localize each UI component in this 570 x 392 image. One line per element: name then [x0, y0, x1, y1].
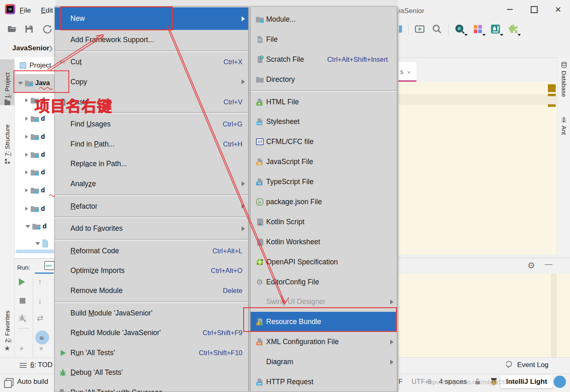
tree-row[interactable]: d — [15, 201, 55, 217]
menu-item-run-all-tests-with-coverage[interactable]: Run 'All Tests' with Coverage — [55, 383, 248, 392]
submenu-item-kotlin-worksheet[interactable]: Kotlin Worksheet — [251, 232, 397, 252]
tool-tab-todo[interactable]: 6: TOD — [30, 361, 52, 369]
restore-layout-icon[interactable]: ⇄ — [37, 314, 43, 322]
save-icon[interactable] — [23, 23, 35, 35]
open-icon[interactable] — [6, 23, 18, 35]
submenu-item-module[interactable]: Module... — [251, 9, 397, 29]
menu-item-run-all-tests[interactable]: Run 'All Tests'Ctrl+Shift+F10 — [55, 343, 248, 363]
minimize-button[interactable] — [504, 4, 516, 15]
menu-item-paste[interactable]: PasteCtrl+V — [55, 92, 248, 112]
horizontal-scrollbar[interactable] — [16, 250, 54, 253]
submenu-item-package-json-file[interactable]: jspackage.json File — [251, 192, 397, 212]
tree-row-selected-project[interactable]: Java — [15, 74, 55, 92]
menu-item-copy[interactable]: Copy — [55, 72, 248, 92]
search-icon[interactable] — [431, 23, 443, 35]
submenu-item-http-request[interactable]: APIHTTP Request — [251, 372, 397, 392]
submenu-item-editorconfig-file[interactable]: ⚙EditorConfig File — [251, 272, 397, 292]
run-anything-icon[interactable] — [414, 23, 426, 35]
submenu-item-resource-bundle[interactable]: Resource Bundle — [251, 312, 397, 332]
menu-item-new[interactable]: New — [55, 7, 248, 30]
query-console-icon[interactable] — [454, 23, 466, 35]
menu-item-replace-in-path[interactable]: Replace in Path... — [55, 154, 248, 174]
rerun-button[interactable] — [19, 278, 25, 286]
collapse-arrow-icon[interactable] — [25, 225, 30, 228]
close-button[interactable]: ✕ — [552, 4, 564, 15]
submenu-item-file[interactable]: File — [251, 29, 397, 50]
maximize-button[interactable] — [528, 4, 540, 15]
tool-tab-project[interactable]: 1: Project — [0, 59, 14, 105]
submenu-item-directory[interactable]: Directory — [251, 70, 397, 90]
expand-arrow-icon[interactable] — [25, 170, 28, 174]
expand-arrow-icon[interactable] — [25, 98, 28, 102]
tree-row[interactable]: d — [15, 110, 55, 127]
menu-item-find-in-path[interactable]: Find in Path...Ctrl+H — [55, 134, 248, 154]
line-ending-widget[interactable]: F — [398, 378, 403, 386]
up-stack-icon[interactable]: ↑ — [38, 277, 42, 286]
submenu-item-cfml-cfc-file[interactable]: CfCFML/CFC file — [251, 132, 397, 152]
stop-button[interactable] — [20, 298, 25, 304]
more-actions-button[interactable]: » — [20, 345, 23, 352]
menu-item-find-usages[interactable]: Find UsagesCtrl+G — [55, 114, 248, 134]
menu-item-cut[interactable]: ✂CutCtrl+X — [55, 52, 248, 72]
event-log-button[interactable]: Event Log — [506, 361, 549, 369]
console-scrollbar[interactable] — [551, 274, 557, 357]
refresh-icon[interactable] — [41, 23, 53, 35]
breadcrumb[interactable]: JavaSenior — [12, 44, 50, 52]
submenu-item-xml-configuration-file[interactable]: <>XML Configuration File — [251, 332, 397, 352]
submenu-item-html-file[interactable]: HHTML File — [251, 92, 397, 112]
tree-row[interactable]: d — [15, 128, 55, 145]
colors-grid-icon[interactable] — [472, 23, 484, 35]
submenu-item-swing-ui-designer[interactable]: Swing UI Designer — [251, 292, 397, 312]
submenu-item-stylesheet[interactable]: CSSStylesheet — [251, 112, 397, 132]
collapse-arrow-icon[interactable] — [35, 242, 40, 245]
expand-arrow-icon[interactable] — [25, 188, 28, 192]
project-view-selector[interactable]: Project — [15, 57, 55, 74]
menu-item-refactor[interactable]: Refactor — [55, 196, 248, 216]
debug-rerun-icon[interactable] — [18, 313, 27, 322]
expand-arrow-icon[interactable] — [25, 153, 28, 157]
tool-tab-structure[interactable]: 7: Structure — [0, 114, 14, 164]
tree-row[interactable]: d — [15, 146, 55, 163]
ide-window: IJ File Edit JavaSenior ✕ JavaSenior ❯ 1… — [0, 0, 570, 392]
tool-tab-database[interactable]: Database — [557, 61, 570, 97]
submenu-item-typescript-file[interactable]: TSTypeScript File — [251, 172, 397, 192]
menu-item-add-framework-support[interactable]: Add Framework Support... — [55, 30, 248, 50]
hide-panel-icon[interactable]: — — [545, 259, 552, 268]
menu-item-build-module-javasenior[interactable]: Build Module 'JavaSenior' — [55, 303, 248, 323]
menu-file[interactable]: File — [20, 7, 31, 15]
run-console[interactable] — [398, 274, 570, 357]
tree-row[interactable]: d — [15, 182, 55, 198]
close-tab-icon[interactable]: × — [407, 69, 411, 76]
plugins-puzzle-icon[interactable] — [507, 23, 519, 35]
menu-item-analyze[interactable]: Analyze — [55, 174, 248, 194]
menu-item-remove-module[interactable]: Remove ModuleDelete — [55, 281, 248, 301]
menu-item-rebuild-module-javasenior[interactable]: Rebuild Module 'JavaSenior'Ctrl+Shift+F9 — [55, 323, 248, 343]
expand-arrow-icon[interactable] — [25, 135, 28, 139]
editor-pane[interactable] — [398, 82, 557, 255]
run-tab-icon[interactable] — [44, 261, 55, 270]
menu-item-optimize-imports[interactable]: Optimize ImportsCtrl+Alt+O — [55, 261, 248, 281]
submenu-item-kotlin-script[interactable]: Kotlin Script — [251, 212, 397, 232]
down-stack-icon[interactable]: ↓ — [38, 296, 42, 305]
tool-tab-favorites[interactable]: 2: Favorites ★ — [0, 301, 14, 352]
pin-tab-button[interactable]: ≡↓ — [35, 331, 49, 345]
menu-item-reformat-code[interactable]: Reformat CodeCtrl+Alt+L — [55, 241, 248, 261]
tree-row[interactable]: d — [15, 164, 55, 180]
expand-arrow-icon[interactable] — [25, 207, 28, 211]
collapse-arrow-icon[interactable] — [18, 82, 23, 85]
more-actions-button[interactable]: » — [39, 345, 43, 352]
submenu-item-diagram[interactable]: Diagram — [251, 352, 397, 372]
submenu-item-javascript-file[interactable]: JSJavaScript File — [251, 152, 397, 172]
menu-item-add-to-favorites[interactable]: Add to Favorites — [55, 219, 248, 239]
tool-tab-ant[interactable]: Ant — [557, 117, 570, 135]
expand-arrow-icon[interactable] — [25, 117, 28, 121]
tree-row[interactable] — [15, 235, 55, 252]
submenu-item-openapi-specification[interactable]: OpenAPI Specification — [251, 252, 397, 272]
menu-edit[interactable]: Edit — [41, 7, 53, 15]
tree-row[interactable]: d — [15, 92, 55, 108]
tree-row[interactable]: d — [15, 218, 55, 234]
gear-icon[interactable]: ⚙ — [527, 261, 535, 270]
database-tool-icon[interactable] — [489, 23, 502, 35]
submenu-item-scratch-file[interactable]: Scratch FileCtrl+Alt+Shift+Insert — [251, 50, 397, 70]
menu-item-debug-all-tests[interactable]: Debug 'All Tests' — [55, 363, 248, 383]
